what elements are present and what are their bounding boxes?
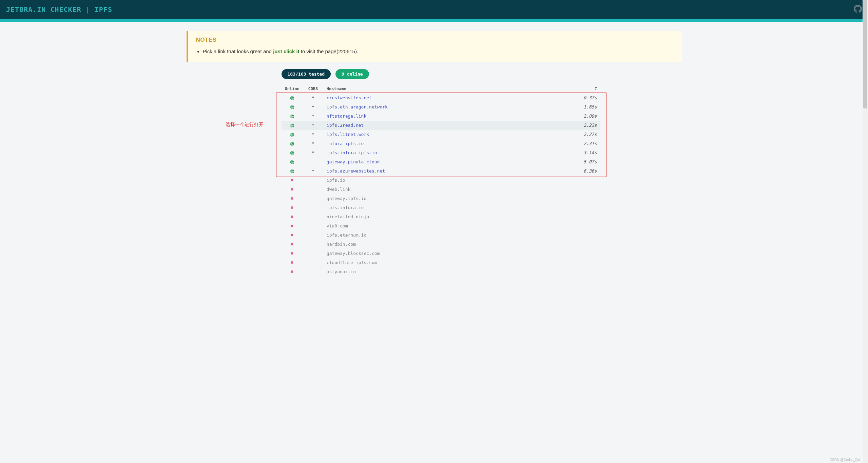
online-cell: ✖ (282, 203, 303, 212)
time-cell (573, 203, 600, 212)
hostname-cell: ninetailed.ninja (323, 212, 573, 221)
accent-bar (0, 19, 868, 22)
online-cell (282, 139, 303, 148)
hostname-cell: infura-ipfs.io (323, 139, 573, 148)
cors-cell (303, 185, 323, 194)
table-row: ✖ gateway.ipfs.io (282, 194, 600, 203)
x-icon: ✖ (290, 241, 294, 247)
globe-icon (290, 95, 294, 100)
notes-item: Pick a link that looks great and just cl… (203, 47, 674, 56)
cors-cell (303, 176, 323, 185)
cors-cell: * (303, 148, 323, 157)
hostname-cell: hardbin.com (323, 240, 573, 249)
hostname-link[interactable]: crustwebsites.net (327, 95, 372, 100)
table-row: ✖ dweb.link (282, 185, 600, 194)
hostname-link[interactable]: infura-ipfs.io (327, 141, 364, 146)
time-cell: 2.31s (573, 139, 600, 148)
header-bar: JETBRA.IN CHECKER | IPFS (0, 0, 868, 19)
globe-icon (290, 150, 294, 155)
table-row[interactable]: * ipfs.azurewebsites.net 6.36s (282, 166, 600, 176)
x-icon: ✖ (290, 186, 294, 193)
hostname-offline: ninetailed.ninja (327, 214, 369, 219)
notes-text-prefix: Pick a link that looks great and (203, 48, 273, 54)
time-cell: 5.07s (573, 157, 600, 166)
globe-icon (290, 159, 294, 164)
scrollbar-track[interactable] (863, 0, 868, 286)
hostname-cell: crustwebsites.net (323, 93, 573, 102)
hostname-offline: gateway.ipfs.io (327, 196, 366, 201)
table-row: ✖ gateway.blocksec.com (282, 249, 600, 258)
table-header-row: Online CORS Hostname T (282, 84, 600, 93)
online-cell: ✖ (282, 258, 303, 267)
notes-box: NOTES Pick a link that looks great and j… (187, 31, 682, 62)
globe-icon (290, 114, 294, 119)
gateway-table: Online CORS Hostname T * crustwebsites.n… (282, 84, 600, 276)
hostname-cell: gateway.pinata.cloud (323, 157, 573, 166)
time-cell (573, 258, 600, 267)
cors-cell (303, 230, 323, 240)
time-cell: 2.23s (573, 121, 600, 130)
time-cell: 1.65s (573, 102, 600, 112)
table-row[interactable]: * ipfs.infura-ipfs.io 3.14s (282, 148, 600, 157)
x-icon: ✖ (290, 195, 294, 202)
online-cell (282, 157, 303, 166)
online-cell: ✖ (282, 185, 303, 194)
cors-cell: * (303, 112, 323, 121)
notes-bold: just click it (273, 48, 300, 54)
hostname-offline: cloudflare-ipfs.com (327, 260, 377, 265)
hostname-offline: via0.com (327, 223, 348, 228)
globe-icon (290, 132, 294, 137)
notes-text-suffix: to visit the page(220615). (300, 48, 358, 54)
hostname-cell: gateway.blocksec.com (323, 249, 573, 258)
hostname-cell: ipfs.infura.io (323, 203, 573, 212)
hostname-cell: ipfs.litnet.work (323, 130, 573, 139)
time-cell (573, 230, 600, 240)
table-row: ✖ astyanax.io (282, 267, 600, 276)
table-row[interactable]: * infura-ipfs.io 2.31s (282, 139, 600, 148)
time-cell (573, 221, 600, 230)
cors-cell (303, 212, 323, 221)
hostname-link[interactable]: gateway.pinata.cloud (327, 159, 380, 164)
hostname-link[interactable]: nftstorage.link (327, 114, 366, 119)
online-cell (282, 130, 303, 139)
hostname-cell: ipfs.azurewebsites.net (323, 166, 573, 176)
table-row[interactable]: * nftstorage.link 2.09s (282, 112, 600, 121)
main-content: NOTES Pick a link that looks great and j… (180, 22, 689, 286)
cors-cell (303, 221, 323, 230)
x-icon: ✖ (290, 232, 294, 238)
table-row[interactable]: * ipfs.eth.aragon.network 1.65s (282, 102, 600, 112)
cors-cell (303, 194, 323, 203)
hostname-link[interactable]: ipfs.litnet.work (327, 132, 369, 137)
online-cell: ✖ (282, 176, 303, 185)
table-row[interactable]: gateway.pinata.cloud 5.07s (282, 157, 600, 166)
hostname-cell: nftstorage.link (323, 112, 573, 121)
hostname-link[interactable]: ipfs.infura-ipfs.io (327, 150, 377, 155)
th-hostname: Hostname (323, 84, 573, 93)
time-cell (573, 249, 600, 258)
hostname-cell: ipfs.eternum.io (323, 230, 573, 240)
table-row[interactable]: * ipfs.litnet.work 2.27s (282, 130, 600, 139)
time-cell (573, 212, 600, 221)
hostname-link[interactable]: ipfs.eth.aragon.network (327, 104, 388, 109)
hostname-offline: astyanax.io (327, 269, 356, 274)
time-cell: 6.36s (573, 166, 600, 176)
annotation-text: 选择一个进行打开 (226, 122, 264, 128)
table-row: ✖ ipfs.io (282, 176, 600, 185)
hostname-cell: astyanax.io (323, 267, 573, 276)
x-icon: ✖ (290, 214, 294, 220)
table-row[interactable]: * ipfs.2read.net 2.23s (282, 121, 600, 130)
hostname-cell: cloudflare-ipfs.com (323, 258, 573, 267)
online-cell (282, 93, 303, 102)
table-row[interactable]: * crustwebsites.net 0.37s (282, 93, 600, 102)
hostname-link[interactable]: ipfs.azurewebsites.net (327, 168, 385, 174)
time-cell: 2.09s (573, 112, 600, 121)
status-row: 163/163 tested 9 online (282, 69, 682, 79)
github-link[interactable] (854, 5, 862, 14)
globe-icon (290, 123, 294, 128)
online-cell (282, 112, 303, 121)
hostname-link[interactable]: ipfs.2read.net (327, 123, 364, 128)
cors-cell: * (303, 166, 323, 176)
scrollbar-thumb[interactable] (863, 0, 867, 108)
cors-cell (303, 258, 323, 267)
hostname-cell: via0.com (323, 221, 573, 230)
